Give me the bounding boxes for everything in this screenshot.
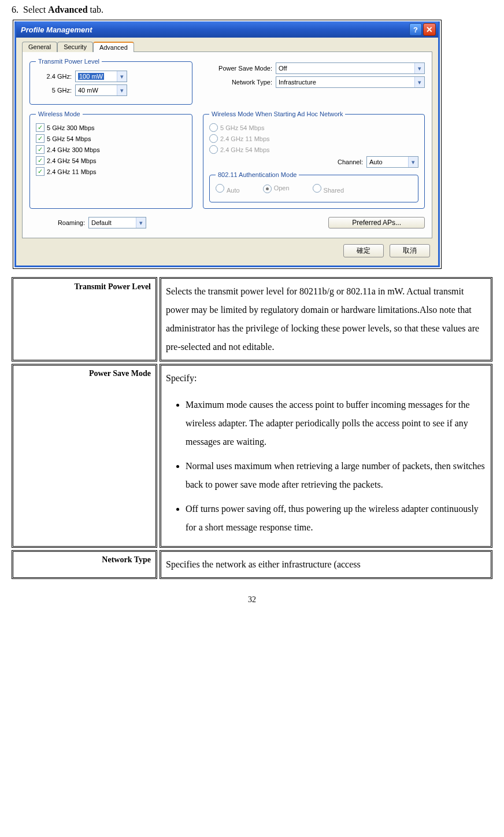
cell-val-nettype: Specifies the network as either infrastr… <box>160 550 492 579</box>
label-wm3: 2.4 GHz 300 Mbps <box>47 146 100 153</box>
table-row: Transmit Power Level Selects the transmi… <box>12 277 492 362</box>
cell-key-psm: Power Save Mode <box>12 364 157 548</box>
label-psm: Power Save Mode: <box>203 65 276 72</box>
label-auth1: Auto <box>227 187 240 194</box>
select-channel[interactable]: Auto ▾ <box>366 156 418 168</box>
step-suffix: tab. <box>88 5 104 14</box>
select-24ghz-value: 100 mW <box>78 73 104 80</box>
radio-adhoc-5-54 <box>209 123 218 132</box>
group-transmit-power: Transmit Power Level 2.4 GHz: 100 mW ▾ 5… <box>29 58 192 105</box>
label-nettype: Network Type: <box>203 79 276 86</box>
label-channel: Channel: <box>338 158 366 165</box>
legend-wm: Wireless Mode <box>36 110 83 117</box>
psm-bullet-1: Maximum mode causes the access point to … <box>186 396 486 451</box>
psm-bullet-3: Off turns power saving off, thus powerin… <box>186 500 486 537</box>
checkbox-wm-5-54[interactable] <box>36 134 45 143</box>
select-24ghz[interactable]: 100 mW ▾ <box>75 71 127 82</box>
select-nettype[interactable]: Infrastructure ▾ <box>276 76 425 88</box>
profile-management-dialog: Profile Management ? ✕ General Security … <box>14 21 440 267</box>
cell-key-tpl: Transmit Power Level <box>12 277 157 362</box>
label-wm5: 2.4 GHz 11 Mbps <box>47 168 97 175</box>
step-bold: Advanced <box>48 5 87 14</box>
label-wm4: 2.4 GHz 54 Mbps <box>47 157 97 164</box>
select-5ghz-value: 40 mW <box>78 87 98 94</box>
titlebar: Profile Management ? ✕ <box>16 21 438 38</box>
checkbox-wm-24-300[interactable] <box>36 145 45 154</box>
psm-intro: Specify: <box>166 369 486 388</box>
label-24ghz: 2.4 GHz: <box>36 73 75 80</box>
close-icon[interactable]: ✕ <box>423 23 436 36</box>
radio-auth-open <box>263 185 272 193</box>
select-psm-value: Off <box>279 65 287 72</box>
cell-val-tpl: Selects the transmit power level for 802… <box>160 277 492 362</box>
select-roaming-value: Default <box>91 219 112 226</box>
legend-auth: 802.11 Authentication Mode <box>216 171 299 178</box>
label-roaming: Roaming: <box>29 219 88 226</box>
radio-auth-auto <box>216 184 224 193</box>
ok-button[interactable]: 確定 <box>343 244 384 257</box>
label-adhoc3: 2.4 GHz 54 Mbps <box>220 146 270 153</box>
checkbox-wm-5-300[interactable] <box>36 123 45 132</box>
tab-advanced[interactable]: Advanced <box>93 42 134 52</box>
label-adhoc2: 2.4 GHz 11 Mbps <box>220 135 270 142</box>
label-wm2: 5 GHz 54 Mbps <box>47 135 91 142</box>
select-psm[interactable]: Off ▾ <box>276 62 425 74</box>
chevron-down-icon: ▾ <box>414 77 424 87</box>
group-wireless-mode: Wireless Mode 5 GHz 300 Mbps 5 GHz 54 Mb… <box>29 110 192 209</box>
cell-val-psm: Specify: Maximum mode causes the access … <box>160 364 492 548</box>
cancel-button[interactable]: 取消 <box>390 244 430 257</box>
table-row: Network Type Specifies the network as ei… <box>12 550 492 579</box>
preferred-aps-button[interactable]: Preferred APs... <box>328 217 425 228</box>
cell-key-nettype: Network Type <box>12 550 157 579</box>
step-number: 6. <box>12 5 18 14</box>
group-auth-mode: 802.11 Authentication Mode Auto Open Sha… <box>209 171 418 202</box>
legend-tpl: Transmit Power Level <box>36 58 102 65</box>
chevron-down-icon: ▾ <box>408 157 418 167</box>
titlebar-text: Profile Management <box>21 25 92 34</box>
tabs: General Security Advanced <box>22 41 432 52</box>
label-wm1: 5 GHz 300 Mbps <box>47 124 95 131</box>
radio-adhoc-24-54 <box>209 145 218 154</box>
page-number: 32 <box>9 595 495 604</box>
help-icon[interactable]: ? <box>409 23 422 36</box>
table-row: Power Save Mode Specify: Maximum mode ca… <box>12 364 492 548</box>
checkbox-wm-24-11[interactable] <box>36 167 45 176</box>
psm-bullet-2: Normal uses maximum when retrieving a la… <box>186 457 486 494</box>
radio-adhoc-24-11 <box>209 134 218 143</box>
chevron-down-icon: ▾ <box>136 217 146 228</box>
checkbox-wm-24-54[interactable] <box>36 156 45 165</box>
select-nettype-value: Infrastructure <box>279 79 316 86</box>
radio-auth-shared <box>313 184 321 193</box>
tab-security[interactable]: Security <box>57 42 93 52</box>
tab-general[interactable]: General <box>22 42 57 52</box>
label-auth2: Open <box>274 185 290 191</box>
label-auth3: Shared <box>324 187 344 194</box>
description-table: Transmit Power Level Selects the transmi… <box>9 275 495 581</box>
step-prefix: Select <box>23 5 48 14</box>
select-5ghz[interactable]: 40 mW ▾ <box>75 84 127 96</box>
chevron-down-icon: ▾ <box>414 63 424 73</box>
chevron-down-icon: ▾ <box>117 71 127 82</box>
group-wireless-mode-adhoc: Wireless Mode When Starting Ad Hoc Netwo… <box>203 110 425 209</box>
legend-wmad: Wireless Mode When Starting Ad Hoc Netwo… <box>209 110 345 117</box>
label-5ghz: 5 GHz: <box>36 87 75 94</box>
select-roaming[interactable]: Default ▾ <box>88 217 146 228</box>
select-channel-value: Auto <box>369 158 383 165</box>
step-6-text: 6. Select Advanced tab. <box>25 5 495 15</box>
screenshot-frame: Profile Management ? ✕ General Security … <box>13 20 442 269</box>
chevron-down-icon: ▾ <box>117 85 127 95</box>
label-adhoc1: 5 GHz 54 Mbps <box>220 124 264 131</box>
